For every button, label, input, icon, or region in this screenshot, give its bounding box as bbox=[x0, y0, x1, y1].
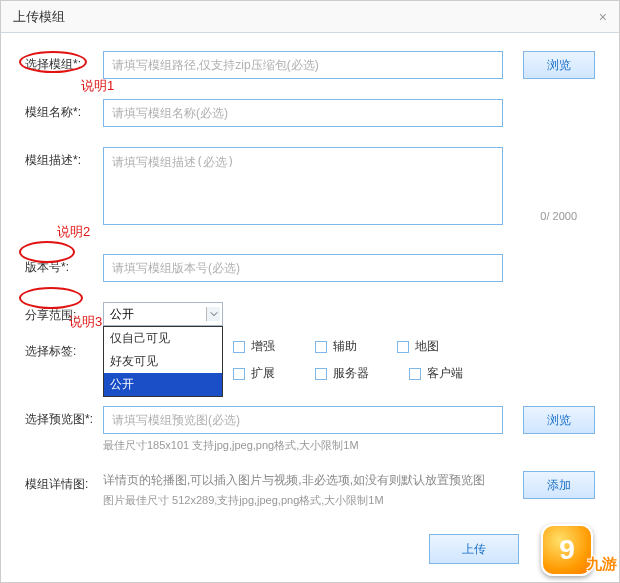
share-select[interactable]: 公开 仅自己可见 好友可见 公开 bbox=[103, 302, 223, 326]
submit-area: 上传 bbox=[419, 534, 519, 564]
add-detail-button[interactable]: 添加 bbox=[523, 471, 595, 499]
share-dropdown: 仅自己可见 好友可见 公开 bbox=[103, 326, 223, 397]
checkbox-icon bbox=[397, 341, 409, 353]
tag-checkbox-server[interactable]: 服务器 bbox=[315, 365, 369, 382]
preview-hint: 最佳尺寸185x101 支持jpg,jpeg,png格式,大小限制1M bbox=[103, 438, 513, 453]
label-mod-select: 选择模组*: bbox=[25, 51, 95, 73]
preview-input[interactable] bbox=[103, 406, 503, 434]
checkbox-icon bbox=[409, 368, 421, 380]
checkbox-icon bbox=[233, 341, 245, 353]
tag-checkbox-enhance[interactable]: 增强 bbox=[233, 338, 275, 355]
field-mod-desc: 0/ 2000 bbox=[103, 147, 595, 228]
checkbox-icon bbox=[315, 341, 327, 353]
upload-button[interactable]: 上传 bbox=[429, 534, 519, 564]
share-option-public[interactable]: 公开 bbox=[104, 373, 222, 396]
field-mod-select bbox=[103, 51, 513, 79]
label-preview: 选择预览图*: bbox=[25, 406, 95, 428]
row-preview: 选择预览图*: 最佳尺寸185x101 支持jpg,jpeg,png格式,大小限… bbox=[25, 406, 595, 453]
label-share: 分享范围: bbox=[25, 302, 95, 324]
share-selected-value: 公开 bbox=[110, 306, 134, 323]
field-preview: 最佳尺寸185x101 支持jpg,jpeg,png格式,大小限制1M bbox=[103, 406, 513, 453]
field-version bbox=[103, 254, 595, 282]
row-mod-select: 选择模组*: 浏览 bbox=[25, 51, 595, 79]
tag-checkbox-assist[interactable]: 辅助 bbox=[315, 338, 357, 355]
label-tags: 选择标签: bbox=[25, 338, 95, 360]
row-detail: 模组详情图: 详情页的轮播图,可以插入图片与视频,非必选项,如没有则默认放置预览… bbox=[25, 471, 595, 508]
titlebar: 上传模组 × bbox=[1, 1, 619, 33]
row-version: 版本号*: bbox=[25, 254, 595, 282]
dialog-title: 上传模组 bbox=[13, 8, 65, 26]
logo-icon: 9 bbox=[541, 524, 593, 576]
field-mod-name bbox=[103, 99, 595, 127]
row-mod-name: 模组名称*: bbox=[25, 99, 595, 127]
tag-checkbox-map[interactable]: 地图 bbox=[397, 338, 439, 355]
char-counter: 0/ 2000 bbox=[540, 210, 577, 222]
browse-preview-button[interactable]: 浏览 bbox=[523, 406, 595, 434]
mod-path-input[interactable] bbox=[103, 51, 503, 79]
version-input[interactable] bbox=[103, 254, 503, 282]
row-mod-desc: 模组描述*: 0/ 2000 bbox=[25, 147, 595, 228]
dialog-content: 选择模组*: 浏览 模组名称*: 模组描述*: 0/ 2000 版本号*: bbox=[1, 33, 619, 538]
logo-text: 九游 bbox=[587, 555, 617, 574]
field-share: 公开 仅自己可见 好友可见 公开 bbox=[103, 302, 595, 326]
detail-hint: 图片最佳尺寸 512x289,支持jpg,jpeg,png格式,大小限制1M bbox=[103, 493, 513, 508]
label-detail: 模组详情图: bbox=[25, 471, 95, 493]
label-mod-name: 模组名称*: bbox=[25, 99, 95, 121]
mod-name-input[interactable] bbox=[103, 99, 503, 127]
tag-checkbox-client[interactable]: 客户端 bbox=[409, 365, 463, 382]
mod-desc-textarea[interactable] bbox=[103, 147, 503, 225]
label-mod-desc: 模组描述*: bbox=[25, 147, 95, 169]
field-detail: 详情页的轮播图,可以插入图片与视频,非必选项,如没有则默认放置预览图 图片最佳尺… bbox=[103, 471, 513, 508]
share-option-friends[interactable]: 好友可见 bbox=[104, 350, 222, 373]
checkbox-icon bbox=[315, 368, 327, 380]
logo-badge: 9 九游 bbox=[521, 512, 613, 576]
checkbox-icon bbox=[233, 368, 245, 380]
tag-checkbox-extend[interactable]: 扩展 bbox=[233, 365, 275, 382]
upload-dialog: 上传模组 × 选择模组*: 浏览 模组名称*: 模组描述*: 0/ 2000 bbox=[0, 0, 620, 583]
chevron-down-icon bbox=[206, 307, 220, 321]
close-icon[interactable]: × bbox=[599, 9, 607, 25]
share-option-self[interactable]: 仅自己可见 bbox=[104, 327, 222, 350]
label-version: 版本号*: bbox=[25, 254, 95, 276]
browse-mod-button[interactable]: 浏览 bbox=[523, 51, 595, 79]
row-share: 分享范围: 公开 仅自己可见 好友可见 公开 bbox=[25, 302, 595, 326]
detail-text: 详情页的轮播图,可以插入图片与视频,非必选项,如没有则默认放置预览图 bbox=[103, 471, 503, 489]
